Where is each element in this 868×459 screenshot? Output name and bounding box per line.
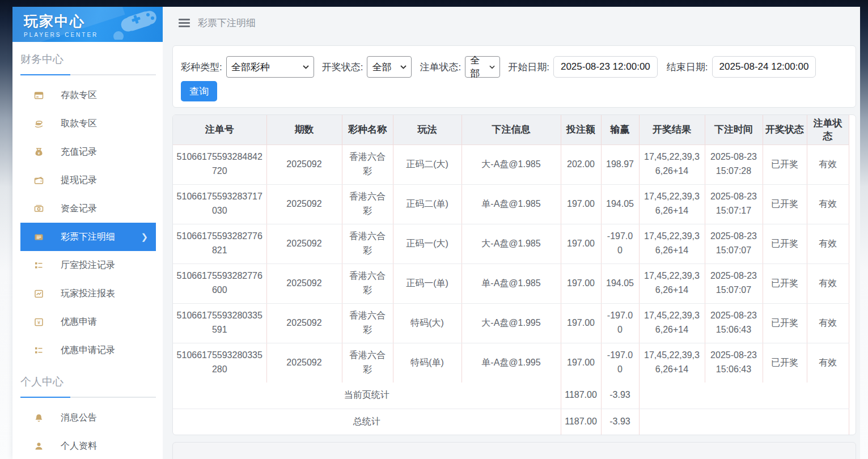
- cell-bet-info: 大-A盘@1.985: [461, 224, 561, 264]
- cell-draw-result: 17,45,22,39,36,26+14: [639, 264, 705, 303]
- sidebar-item-label: 存款专区: [61, 90, 97, 101]
- cell-bet-id: 51066175593284842720: [173, 144, 266, 184]
- cell-draw-status: 已开奖: [763, 343, 807, 382]
- cell-draw-result: 17,45,22,39,36,26+14: [639, 303, 705, 343]
- col-lottery-name: 彩种名称: [342, 115, 393, 144]
- cell-lottery-name: 香港六合彩: [342, 303, 393, 343]
- sidebar-item-label: 提现记录: [61, 175, 97, 186]
- cell-bet-amount: 197.00: [561, 184, 601, 224]
- chevron-down-icon: [303, 65, 309, 69]
- sidebar-item-withdraw-zone[interactable]: 取款专区: [12, 109, 163, 138]
- cell-bet-time: 2025-08-23 15:07:07: [705, 264, 763, 303]
- cell-draw-status: 已开奖: [763, 184, 807, 224]
- cell-play: 正码一(单): [393, 264, 461, 303]
- pagination-panel: [172, 442, 856, 459]
- list-icon: [34, 346, 44, 355]
- main-area: 彩票下注明细 彩种类型: 全部彩种 开奖状态: 全部 注单状态: 全部 开始日期…: [163, 7, 860, 459]
- money-bag-icon: ¥: [34, 147, 44, 157]
- draw-status-select[interactable]: 全部: [367, 56, 412, 78]
- sidebar-item-recharge-records[interactable]: ¥充值记录: [12, 138, 163, 166]
- wallet-icon: [34, 176, 44, 185]
- cell-draw-status: 已开奖: [763, 224, 807, 264]
- col-bet-info: 下注信息: [461, 115, 561, 144]
- sidebar-item-label: 取款专区: [61, 118, 97, 130]
- col-win-loss: 输赢: [601, 115, 639, 144]
- cell-play: 正码二(单): [393, 184, 461, 224]
- sidebar-item-label: 玩家投注报表: [61, 288, 115, 300]
- cell-bet-status: 有效: [807, 224, 849, 264]
- end-date-input[interactable]: 2025-08-24 12:00:00: [712, 56, 816, 78]
- coupon-icon: ¥: [34, 317, 44, 327]
- chevron-right-icon: ❯: [141, 232, 156, 242]
- summary-win-loss: -3.93: [601, 382, 639, 409]
- summary-empty: [639, 409, 849, 435]
- col-period: 期数: [266, 115, 342, 144]
- cell-bet-time: 2025-08-23 15:06:43: [705, 343, 763, 382]
- cell-period: 2025092: [266, 224, 342, 264]
- sidebar-item-profile[interactable]: 个人资料: [12, 432, 163, 459]
- summary-bet-amount: 1187.00: [561, 409, 601, 435]
- draw-status-label: 开奖状态:: [322, 61, 363, 74]
- sidebar-item-messages[interactable]: 消息公告: [12, 403, 163, 432]
- sidebar-item-player-bet-report[interactable]: 玩家投注报表: [12, 279, 163, 308]
- table-row: 510661755932837170302025092香港六合彩正码二(单)单-…: [173, 184, 849, 224]
- cash-icon: [34, 204, 44, 214]
- cell-bet-info: 单-A盘@1.985: [461, 264, 561, 303]
- deposit-card-icon: [34, 91, 44, 100]
- cell-bet-status: 有效: [807, 264, 849, 303]
- sidebar-item-withdraw-records[interactable]: 提现记录: [12, 166, 163, 194]
- col-play: 玩法: [393, 115, 461, 144]
- cell-play: 正码一(大): [393, 224, 461, 264]
- bet-status-label: 注单状态:: [420, 61, 461, 74]
- summary-empty: [639, 382, 849, 409]
- sidebar-item-label: 优惠申请: [61, 316, 97, 328]
- summary-label: 总统计: [173, 409, 561, 435]
- sidebar-nav: 财务中心存款专区取款专区¥充值记录提现记录资金记录彩票下注明细❯厅室投注记录玩家…: [12, 52, 163, 459]
- list-icon: [34, 261, 44, 270]
- bell-icon: [34, 413, 44, 423]
- section-underline: [20, 397, 156, 398]
- bet-status-select[interactable]: 全部: [465, 56, 500, 78]
- cell-play: 特码(单): [393, 343, 461, 382]
- search-button[interactable]: 查询: [181, 81, 217, 101]
- lottery-type-select[interactable]: 全部彩种: [226, 56, 314, 78]
- cell-lottery-name: 香港六合彩: [342, 224, 393, 264]
- cell-bet-amount: 197.00: [561, 303, 601, 343]
- start-date-input[interactable]: 2025-08-23 12:00:00: [553, 56, 658, 78]
- cell-bet-info: 大-A盘@1.995: [461, 303, 561, 343]
- table-header-row: 注单号期数彩种名称玩法下注信息投注额输赢开奖结果下注时间开奖状态注单状态: [173, 115, 849, 144]
- summary-row: 总统计1187.00-3.93: [173, 409, 849, 435]
- cell-bet-time: 2025-08-23 15:06:43: [705, 303, 763, 343]
- logo-title: 玩家中心: [24, 12, 163, 31]
- summary-label: 当前页统计: [173, 382, 561, 409]
- col-draw-result: 开奖结果: [639, 115, 705, 144]
- sidebar-item-promo-apply[interactable]: ¥优惠申请: [12, 308, 163, 336]
- withdraw-hand-icon: [34, 119, 44, 129]
- cell-lottery-name: 香港六合彩: [342, 144, 393, 184]
- col-bet-id: 注单号: [173, 115, 266, 144]
- cell-bet-status: 有效: [807, 184, 849, 224]
- sidebar-item-lottery-bet-details[interactable]: 彩票下注明细❯: [20, 223, 156, 251]
- cell-bet-time: 2025-08-23 15:07:07: [705, 224, 763, 264]
- chevron-down-icon: [489, 65, 495, 69]
- col-bet-amount: 投注额: [561, 115, 601, 144]
- cell-draw-result: 17,45,22,39,36,26+14: [639, 184, 705, 224]
- col-bet-time: 下注时间: [705, 115, 763, 144]
- sidebar-item-label: 优惠申请记录: [61, 345, 115, 356]
- cell-bet-amount: 197.00: [561, 264, 601, 303]
- sidebar-item-hall-bet-records[interactable]: 厅室投注记录: [12, 251, 163, 279]
- cell-win-loss: -197.00: [601, 224, 639, 264]
- sidebar-item-label: 彩票下注明细: [61, 231, 115, 243]
- cell-lottery-name: 香港六合彩: [342, 184, 393, 224]
- sidebar-item-promo-apply-records[interactable]: 优惠申请记录: [12, 336, 163, 364]
- cell-bet-id: 51066175593280335591: [173, 303, 266, 343]
- logo-subtitle: PLAYERS CENTER: [24, 32, 163, 38]
- cell-bet-amount: 202.00: [561, 144, 601, 184]
- filter-panel: 彩种类型: 全部彩种 开奖状态: 全部 注单状态: 全部 开始日期: 2025-…: [172, 45, 856, 108]
- menu-toggle-icon[interactable]: [179, 17, 190, 29]
- sidebar-item-funds-records[interactable]: 资金记录: [12, 194, 163, 223]
- sidebar-item-deposit-zone[interactable]: 存款专区: [12, 81, 163, 109]
- cell-bet-status: 有效: [807, 144, 849, 184]
- cell-draw-status: 已开奖: [763, 144, 807, 184]
- table-row: 510661755932848427202025092香港六合彩正码二(大)大-…: [173, 144, 849, 184]
